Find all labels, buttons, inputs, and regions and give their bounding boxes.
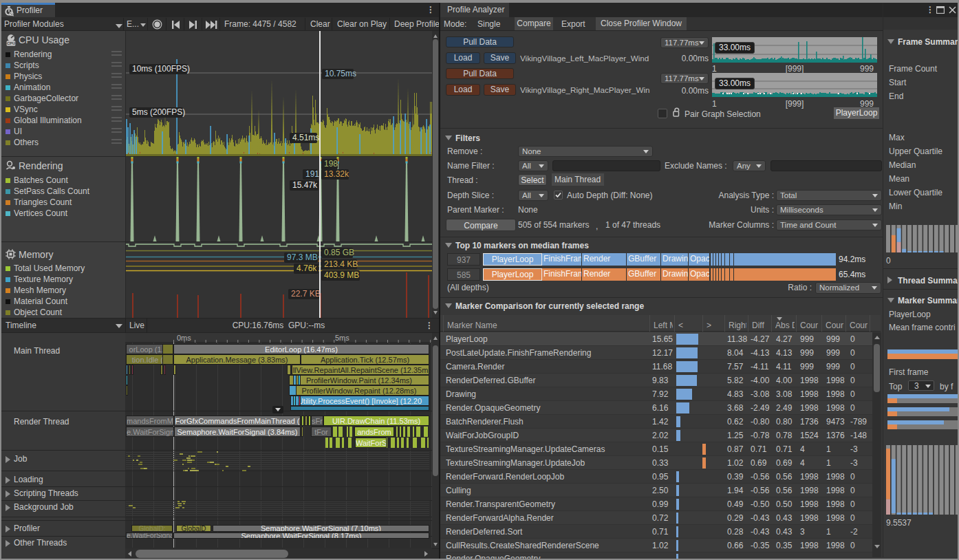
svg-text:CPU: CPU xyxy=(7,41,15,45)
